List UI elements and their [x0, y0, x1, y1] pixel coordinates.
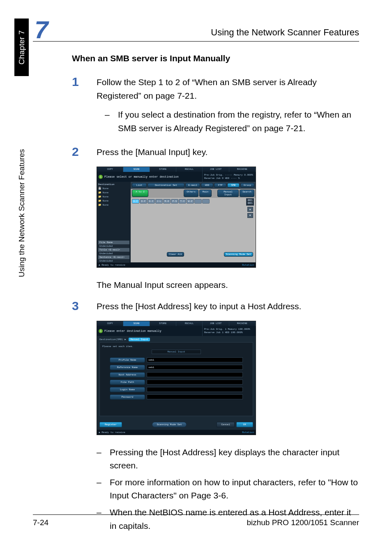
- header-title: Using the Network Scanner Features: [48, 27, 359, 39]
- btn-manual-input[interactable]: Manual Input: [217, 190, 239, 197]
- alpha-chip[interactable]: [202, 199, 210, 204]
- breadcrumb-left: Destination(SMB): [99, 338, 123, 341]
- step-1: 1 Follow the Step 1 to 2 of “When an SMB…: [72, 76, 359, 138]
- sentence-email-label: Sentence <E-mail>: [98, 255, 129, 259]
- btn-atoz[interactable]: A to Z: [132, 190, 148, 197]
- file-name-value: Undecided: [98, 244, 129, 248]
- tab-recall[interactable]: RECALL: [176, 321, 203, 326]
- tab-machine[interactable]: MACHINE: [229, 321, 256, 326]
- content-area: When an SMB server is Input Manually 1 F…: [72, 53, 359, 536]
- status-line-1: Pre-Job Orig. ----- Memory 0.000%: [204, 174, 254, 176]
- btn-profile-name[interactable]: Profile Name: [110, 357, 145, 363]
- status-line-2: Reserve Job 0 HDD ---- %: [204, 177, 254, 180]
- side-row: None: [103, 187, 108, 190]
- tab-joblist[interactable]: JOB LIST: [203, 321, 229, 326]
- btn-reference-name[interactable]: Reference Name: [110, 365, 145, 370]
- dash-icon: –: [105, 108, 118, 135]
- btn-main[interactable]: Main: [199, 190, 212, 197]
- page-up-icon[interactable]: ▲: [247, 207, 253, 212]
- tab-copy[interactable]: COPY: [97, 167, 123, 172]
- field-login-name[interactable]: [147, 387, 243, 392]
- step-1-text: Follow the Step 1 to 2 of “When an SMB s…: [97, 77, 317, 100]
- btn-clear-all[interactable]: Clear All: [167, 252, 184, 257]
- breadcrumb-current: Manual Input: [129, 338, 150, 341]
- field-host-address[interactable]: [147, 372, 243, 377]
- page-down-icon[interactable]: ▼: [247, 213, 253, 218]
- tab-machine[interactable]: MACHINE: [229, 167, 256, 172]
- info-icon: i: [99, 329, 103, 333]
- field-file-path[interactable]: [147, 380, 243, 385]
- btn-search[interactable]: Search: [240, 190, 254, 197]
- form-tab-manual-input: Manual Input: [152, 350, 201, 354]
- step-2: 2 Press the [Manual Input] key.: [72, 146, 359, 159]
- side-feature-label: Using the Network Scanner Features: [14, 82, 29, 280]
- btn-group[interactable]: Group: [240, 183, 254, 188]
- side-row: None: [103, 191, 108, 194]
- step-number: 3: [72, 300, 97, 313]
- btn-smb[interactable]: SMB: [227, 183, 240, 188]
- alpha-chip[interactable]: A-C: [132, 199, 139, 204]
- btn-password[interactable]: Password: [110, 394, 145, 400]
- tab-store[interactable]: STORE: [150, 167, 176, 172]
- field-password[interactable]: [147, 394, 243, 399]
- step-number: 1: [72, 76, 97, 138]
- alpha-chip[interactable]: D-F: [140, 199, 147, 204]
- product-name: bizhub PRO 1200/1051 Scanner: [247, 518, 359, 527]
- page-header: 7 Using the Network Scanner Features: [33, 21, 359, 42]
- field-reference-name[interactable]: smb1: [147, 365, 243, 370]
- tab-scan[interactable]: SCAN: [123, 321, 150, 326]
- status-line-1: Pre-Job Orig. 1 Memory 100.000%: [204, 328, 254, 331]
- tab-store[interactable]: STORE: [150, 321, 176, 326]
- step-number: 2: [72, 146, 97, 159]
- dash-icon: –: [97, 476, 110, 503]
- footer-rotation: Rotation: [242, 431, 254, 434]
- alpha-chip[interactable]: M-O: [163, 199, 171, 204]
- alpha-chip[interactable]: J-L: [155, 199, 163, 204]
- footer-status: Ready to receive: [101, 264, 125, 266]
- step-1-bullet-1: If you select a destination from the reg…: [118, 108, 359, 135]
- btn-destination-set[interactable]: Destination Set: [148, 183, 184, 188]
- tab-scan[interactable]: SCAN: [123, 167, 150, 172]
- btn-scanning-mode-set[interactable]: Scanning Mode Set: [224, 252, 253, 257]
- btn-register[interactable]: Register: [99, 422, 122, 427]
- btn-login-name[interactable]: Login Name: [110, 387, 145, 392]
- step-3-bullet-1: Pressing the [Host Address] key displays…: [110, 446, 359, 473]
- btn-hdd[interactable]: HDD: [201, 183, 213, 188]
- step-3: 3 Press the [Host Address] key to input …: [72, 300, 359, 313]
- status-line-2: Reserve Job 1 HDD 100.000%: [204, 331, 254, 334]
- btn-list[interactable]: List: [132, 183, 147, 188]
- dash-icon: –: [97, 446, 110, 473]
- btn-host-address[interactable]: Host Address: [110, 372, 145, 378]
- btn-ftp[interactable]: FTP: [214, 183, 226, 188]
- step-2-text: Press the [Manual Input] key.: [97, 147, 208, 157]
- chapter-tab: Chapter 7: [14, 19, 29, 76]
- tab-recall[interactable]: RECALL: [176, 167, 203, 172]
- alpha-chip[interactable]: [194, 199, 202, 204]
- btn-email[interactable]: E-mail: [185, 183, 200, 188]
- title-email-label: Title <E-mail>: [98, 248, 129, 252]
- step-3-text: Press the [Host Address] key to input a …: [97, 301, 301, 311]
- file-name-label: File Name: [98, 241, 129, 244]
- side-row: None: [103, 199, 108, 202]
- alpha-chip[interactable]: T-V: [179, 199, 186, 204]
- alpha-chip[interactable]: P-S: [171, 199, 178, 204]
- btn-file-path[interactable]: File Path: [110, 380, 145, 385]
- footer-status: Ready to receive: [101, 431, 125, 434]
- alpha-chip[interactable]: W-Z: [187, 199, 194, 204]
- btn-ok[interactable]: OK: [236, 422, 253, 427]
- info-icon: i: [99, 175, 103, 179]
- btn-others[interactable]: Others: [184, 190, 198, 197]
- tab-joblist[interactable]: JOB LIST: [203, 167, 229, 172]
- title-email-value: Undecided: [98, 252, 129, 255]
- btn-cancel[interactable]: Cancel: [217, 422, 235, 427]
- side-destination-header: Destination: [98, 183, 129, 186]
- btn-scanning-mode-set[interactable]: Scanning Mode Set: [152, 422, 186, 427]
- side-row: None: [103, 195, 108, 198]
- footer-rotation: Rotation: [242, 264, 254, 266]
- sentence-email-value: Undecided: [98, 259, 129, 263]
- step-2-caption: The Manual Input screen appears.: [97, 278, 359, 292]
- tab-copy[interactable]: COPY: [97, 321, 123, 326]
- step-3-bullet-2: For more information on how to input cha…: [110, 476, 359, 503]
- alpha-chip[interactable]: G-I: [148, 199, 155, 204]
- field-profile-name[interactable]: smb1: [147, 357, 243, 362]
